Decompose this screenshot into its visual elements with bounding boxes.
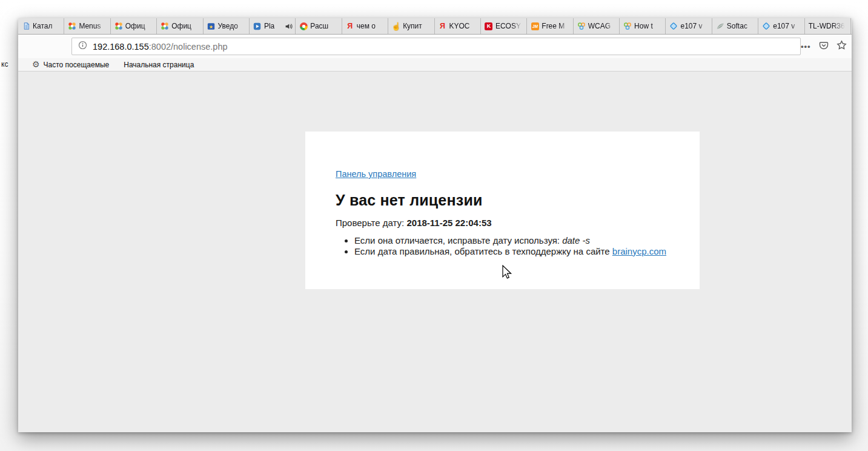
url-bar[interactable]: 192.168.0.155:8002/nolicense.php [71,38,801,55]
badge-blue-icon: ★ [207,22,216,30]
tab-label: Расш [310,22,339,30]
background-bookmark-fragment: кс [1,60,8,68]
svg-text:★: ★ [209,24,213,29]
check-date-line: Проверьте дату: 2018-11-25 22:04:53 [336,218,669,228]
joomla-icon [68,22,76,30]
browser-tab[interactable]: ★Уведо [204,18,250,34]
jm-icon: JM [531,22,539,30]
brainycp-link[interactable]: brainycp.com [612,246,666,256]
tab-label: TL-WDR36 [809,22,848,30]
browser-tab[interactable]: KECOSY [481,18,527,34]
tab-label: Pla [264,22,282,30]
e107-icon [762,22,770,30]
softaculous-icon [716,22,724,30]
gear-icon: ⚙ [32,60,40,69]
browser-tab[interactable]: ЯKYOC [435,18,481,34]
tri-circles-icon [577,22,586,30]
tab-label: WCAG [588,22,617,30]
browser-tab[interactable]: Menus [64,18,110,34]
browser-tab[interactable]: How t [620,18,666,34]
browser-tab[interactable]: ☝Купит [388,18,434,34]
browser-tab[interactable]: Офиц [111,18,157,34]
bookmark-label: Начальная страница [124,61,194,69]
list-item: Если она отличается, исправьте дату испо… [354,235,669,246]
tab-label: ECOSY [495,22,524,30]
tab-label: e107 v [773,22,801,30]
date-command: date -s [562,235,590,246]
list-item: Если дата правильная, обратитесь в техпо… [354,246,669,257]
bookmark-star-icon[interactable] [837,40,847,53]
url-text[interactable]: 192.168.0.155:8002/nolicense.php [93,41,228,52]
tab-label: Free M [542,22,570,30]
tab-label: Офиц [171,22,200,30]
tab-label: Офиц [125,22,154,30]
bookmark-item[interactable]: Начальная страница [120,61,194,69]
browser-tab[interactable]: e107 v [666,18,712,34]
tab-label: e107 v [680,22,709,30]
yandex-icon: Я [346,22,354,30]
page-blue-icon [22,22,30,30]
browser-tab[interactable]: Pla [250,18,296,34]
tab-audio-icon[interactable] [285,22,293,30]
browser-tab[interactable]: Ячем о [342,18,388,34]
page-actions-icon[interactable]: ••• [801,42,811,51]
bookmarks-toolbar: ⚙Часто посещаемыеНачальная страница [18,58,852,72]
navigation-toolbar: 192.168.0.155:8002/nolicense.php ••• [18,35,852,58]
browser-tab[interactable]: JMFree M [527,18,573,34]
tab-label: Купит [403,22,431,30]
browser-tab[interactable]: TL-WDR36 [805,18,851,34]
browser-tab[interactable]: Softac [712,18,758,34]
tab-label: KYOC [449,22,478,30]
e107-icon [669,22,678,30]
browser-tab[interactable]: Расш [296,18,342,34]
tab-label: Softac [727,22,755,30]
tab-label: Menus [79,22,107,30]
tab-strip: КаталMenusОфицОфиц★УведоPlaРасшЯчем о☝Ку… [18,18,852,35]
page-title: У вас нет лицензии [336,192,669,209]
date-value: 2018-11-25 22:04:53 [406,218,491,228]
bookmark-label: Часто посещаемые [44,61,110,69]
url-path: :8002/nolicense.php [149,42,228,52]
pocket-icon[interactable] [819,41,829,53]
joomla-icon [161,22,169,30]
tab-label: Катал [33,22,61,30]
tab-label: чем о [357,22,385,30]
browser-tab[interactable]: Катал [18,18,64,34]
page-content: Панель управления У вас нет лицензии Про… [18,72,852,432]
license-error-card: Панель управления У вас нет лицензии Про… [305,132,700,289]
browser-tab[interactable]: WCAG [574,18,620,34]
browser-tab[interactable]: e107 v [758,18,804,34]
tri-circles-icon [623,22,632,30]
hand-icon: ☝ [392,22,400,30]
control-panel-link[interactable]: Панель управления [336,169,416,179]
instructions-list: Если она отличается, исправьте дату испо… [336,235,669,256]
tab-label: Уведо [218,22,247,30]
browser-window: КаталMenusОфицОфиц★УведоPlaРасшЯчем о☝Ку… [18,18,852,432]
url-host: 192.168.0.155 [93,42,149,52]
tab-label: How t [634,22,663,30]
colorball-icon [299,22,308,30]
browser-tab[interactable]: Офиц [157,18,203,34]
bookmark-item[interactable]: ⚙Часто посещаемые [32,60,109,69]
yandex-icon: Я [439,22,447,30]
kyocera-icon: K [485,22,493,30]
play-icon [253,22,262,30]
site-info-icon[interactable] [78,41,87,52]
joomla-icon [114,22,123,30]
